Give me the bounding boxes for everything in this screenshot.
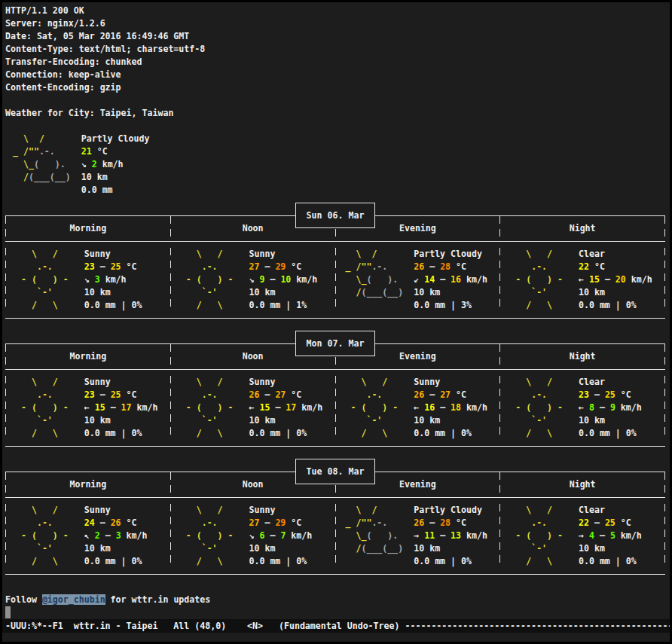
text-segment: 0.0 mm | 0% — [84, 300, 142, 310]
text-segment: – — [100, 530, 116, 541]
text-segment: 25 — [605, 517, 615, 528]
forecast-info-line: 10 km — [249, 542, 312, 555]
weather-icon-line: .-. — [176, 389, 249, 401]
weather-icon-line: - ( ) - — [176, 273, 249, 286]
text-segment: 15 — [259, 402, 270, 413]
forecast-info-line: ↘ 3 km/h — [84, 273, 142, 286]
text-segment: `-' — [176, 415, 249, 426]
forecast-cell-info: Partly Cloudy26 – 28 °C↙ 14 – 16 km/h10 … — [414, 248, 487, 312]
text-segment: – — [589, 389, 605, 400]
text-segment: 8 — [589, 402, 594, 413]
text-segment: ← — [579, 274, 589, 285]
twitter-handle-link[interactable]: @igor_chubin — [42, 594, 105, 605]
text-segment: Clear — [579, 377, 605, 387]
forecast-info-line: 23 – 25 °C — [84, 389, 158, 401]
blank-line — [5, 94, 670, 107]
text-segment: .-. — [371, 261, 414, 272]
text-segment: 10 km — [414, 287, 440, 298]
text-segment: / \ — [505, 300, 579, 310]
modeline: -UUU:%*--F1 wttr.in - Taipei All (48,0) … — [2, 619, 670, 633]
table-vertical-border — [664, 376, 665, 440]
text-segment: 29 — [275, 517, 286, 528]
forecast-info-line: 0.0 mm | 0% — [84, 299, 142, 312]
forecast-table: MorningNoonEveningNight \ / .-. - ( ) - … — [5, 472, 665, 575]
text-segment: – — [95, 517, 111, 528]
weather-icon-line: \_( ). — [341, 530, 414, 542]
text-segment: 18 — [451, 402, 461, 413]
weather-icon-line: \ / — [505, 248, 579, 261]
text-segment: – — [270, 402, 286, 413]
forecast-cell-morning: \ / .-. - ( ) - `-' / \ Sunny23 – 25 °C↘… — [6, 248, 170, 312]
weather-icon-line: - ( ) - — [505, 530, 579, 542]
weather-icon-line: .-. — [176, 517, 249, 530]
location-line: Weather for City: Taipei, Taiwan — [5, 107, 670, 120]
weather-icon-line: \ / — [505, 376, 579, 389]
text-segment: - ( ) - — [505, 402, 579, 413]
text-segment: - ( ) - — [505, 530, 579, 541]
text-segment: - ( ) - — [176, 402, 249, 413]
weather-icon-line: .-. — [505, 517, 579, 530]
sunny-icon: \ / .-. - ( ) - `-' / \ — [11, 248, 84, 312]
text-segment: `-' — [11, 415, 84, 426]
text-segment: \ / — [176, 377, 249, 387]
weather-icon-line — [341, 299, 414, 312]
text-segment: ↖ — [84, 530, 95, 541]
text-segment: 21 — [81, 146, 92, 157]
forecast-info-line: Sunny — [249, 504, 312, 517]
text-segment: km/h — [461, 274, 487, 285]
text-segment: °C — [286, 389, 301, 400]
date-box: Tue 08. Mar — [295, 459, 375, 484]
sunny-icon: \ / .-. - ( ) - `-' / \ — [11, 376, 84, 440]
text-segment: Partly Cloudy — [81, 133, 150, 144]
forecast-info-line: 0.0 mm | 0% — [84, 427, 158, 440]
period-header-morning: Morning — [6, 344, 170, 369]
text-segment: °C — [286, 517, 301, 528]
forecast-cell-morning: \ / .-. - ( ) - `-' / \ Sunny24 – 26 °C↖… — [6, 504, 170, 568]
weather-icon-line: .-. — [176, 261, 249, 273]
text-segment: - ( ) - — [11, 274, 84, 285]
text-segment: – — [594, 402, 610, 413]
sunny-icon: \ / .-. - ( ) - `-' / \ — [11, 504, 84, 568]
forecast-info-line: 10 km — [84, 286, 142, 299]
weather-icon-line: \ / — [176, 376, 249, 389]
forecast-info-line: ↘ 9 – 10 km/h — [249, 273, 317, 286]
forecast-info-line: 27 – 29 °C — [249, 261, 317, 273]
text-segment: ← — [579, 402, 589, 413]
weather-icon-line: .-. — [341, 389, 414, 401]
text-segment: / \ — [176, 428, 249, 438]
weather-icon-line: `-' — [505, 286, 579, 299]
table-vertical-border — [664, 216, 665, 241]
forecast-table: MorningNoonEveningNight \ / .-. - ( ) - … — [5, 343, 665, 447]
table-vertical-border — [664, 472, 665, 497]
weather-icon-line: .-. — [11, 261, 84, 273]
forecast-cell-night: \ / .-. - ( ) - `-' / \ Clear22 °C← 15 –… — [500, 248, 664, 312]
forecast-info-line: 10 km — [84, 414, 158, 427]
text-segment: .-. — [176, 389, 249, 400]
weather-icon-line: / \ — [176, 299, 249, 312]
text-segment: Sunny — [414, 377, 440, 387]
text-segment: – — [264, 274, 280, 285]
forecast-info-line: Partly Cloudy — [414, 504, 487, 517]
text-segment: 2 — [95, 530, 100, 541]
sunny-icon: \ / .-. - ( ) - `-' / \ — [505, 248, 579, 312]
forecast-info-line: ↙ 14 – 16 km/h — [414, 273, 487, 286]
text-segment: °C — [121, 389, 137, 400]
text-segment: °C — [286, 261, 301, 272]
forecast-info-line: Clear — [579, 376, 642, 389]
forecast-info-line: → 4 – 5 km/h — [579, 530, 642, 542]
text-segment: `-' — [505, 287, 579, 298]
date-label: Sun 06. Mar — [307, 209, 365, 222]
text-segment: 10 km — [81, 172, 108, 182]
text-segment: 10 — [280, 274, 291, 285]
forecast-table-body-row: \ / .-. - ( ) - `-' / \ Sunny23 – 25 °C↘… — [5, 242, 665, 318]
weather-icon-line: / \ — [11, 555, 84, 568]
text-segment: 15 — [589, 274, 600, 285]
text-segment: 22 — [579, 517, 589, 528]
weather-icon-line: _ /"".-. — [341, 517, 414, 530]
text-segment: 2 — [92, 159, 97, 169]
forecast-info-line: 10 km — [414, 414, 487, 427]
text-segment: \_ — [341, 530, 367, 541]
forecast-cell-evening: \ / _ /"".-. \_( ). /(___(__) Partly Clo… — [336, 504, 500, 568]
text-segment: \ / — [176, 505, 249, 515]
text-segment: 20 — [615, 274, 626, 285]
